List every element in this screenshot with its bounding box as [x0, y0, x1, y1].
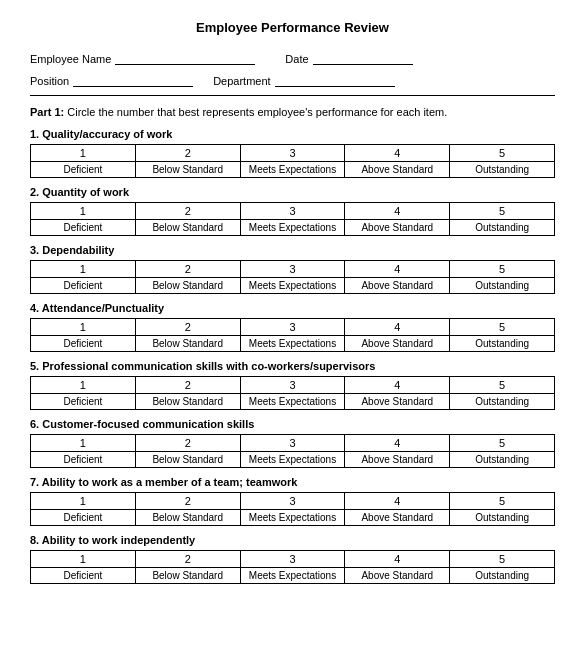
section-8-label-5: Outstanding: [450, 568, 555, 584]
section-3-number-3[interactable]: 3: [240, 261, 345, 278]
section-1-label-4: Above Standard: [345, 162, 450, 178]
section-1-number-2[interactable]: 2: [135, 145, 240, 162]
employee-name-row: Employee Name Date: [30, 51, 555, 65]
position-group: Position: [30, 73, 193, 87]
page-title: Employee Performance Review: [30, 20, 555, 35]
section-2-number-3[interactable]: 3: [240, 203, 345, 220]
section-4-label-5: Outstanding: [450, 336, 555, 352]
section-2-label-4: Above Standard: [345, 220, 450, 236]
section-8-label-2: Below Standard: [135, 568, 240, 584]
section-3-number-4[interactable]: 4: [345, 261, 450, 278]
section-3-title: 3. Dependability: [30, 244, 555, 256]
section-4-label-3: Meets Expectations: [240, 336, 345, 352]
section-5-table: 12345DeficientBelow StandardMeets Expect…: [30, 376, 555, 410]
section-5-label-1: Deficient: [31, 394, 136, 410]
section-3-label-2: Below Standard: [135, 278, 240, 294]
section-8-label-4: Above Standard: [345, 568, 450, 584]
section-2-number-2[interactable]: 2: [135, 203, 240, 220]
section-5-number-5[interactable]: 5: [450, 377, 555, 394]
position-label: Position: [30, 75, 69, 87]
section-1-number-1[interactable]: 1: [31, 145, 136, 162]
sections-container: 1. Quality/accuracy of work12345Deficien…: [30, 128, 555, 584]
section-6-label-5: Outstanding: [450, 452, 555, 468]
section-8-number-1[interactable]: 1: [31, 551, 136, 568]
section-1-number-4[interactable]: 4: [345, 145, 450, 162]
section-7-label-5: Outstanding: [450, 510, 555, 526]
section-6-number-1[interactable]: 1: [31, 435, 136, 452]
section-4-table: 12345DeficientBelow StandardMeets Expect…: [30, 318, 555, 352]
section-5-title: 5. Professional communication skills wit…: [30, 360, 555, 372]
section-8-number-3[interactable]: 3: [240, 551, 345, 568]
part1-text: Circle the number that best represents e…: [67, 106, 447, 118]
section-5-number-2[interactable]: 2: [135, 377, 240, 394]
section-6-number-4[interactable]: 4: [345, 435, 450, 452]
department-label: Department: [213, 75, 270, 87]
section-3-table: 12345DeficientBelow StandardMeets Expect…: [30, 260, 555, 294]
section-7-number-3[interactable]: 3: [240, 493, 345, 510]
section-1-number-3[interactable]: 3: [240, 145, 345, 162]
date-group: Date: [285, 51, 412, 65]
section-6-number-3[interactable]: 3: [240, 435, 345, 452]
part1-label: Part 1:: [30, 106, 64, 118]
section-2-number-1[interactable]: 1: [31, 203, 136, 220]
section-5-label-2: Below Standard: [135, 394, 240, 410]
section-5-label-4: Above Standard: [345, 394, 450, 410]
section-8-number-5[interactable]: 5: [450, 551, 555, 568]
section-3-label-5: Outstanding: [450, 278, 555, 294]
section-4-number-2[interactable]: 2: [135, 319, 240, 336]
date-input[interactable]: [313, 51, 413, 65]
section-1-label-3: Meets Expectations: [240, 162, 345, 178]
department-input[interactable]: [275, 73, 395, 87]
section-6-number-2[interactable]: 2: [135, 435, 240, 452]
section-7-label-3: Meets Expectations: [240, 510, 345, 526]
section-4-number-5[interactable]: 5: [450, 319, 555, 336]
section-5-number-4[interactable]: 4: [345, 377, 450, 394]
section-5-label-5: Outstanding: [450, 394, 555, 410]
position-row: Position Department: [30, 73, 555, 87]
section-4-label-2: Below Standard: [135, 336, 240, 352]
section-4-number-4[interactable]: 4: [345, 319, 450, 336]
section-1-title: 1. Quality/accuracy of work: [30, 128, 555, 140]
employee-name-input[interactable]: [115, 51, 255, 65]
section-3-number-1[interactable]: 1: [31, 261, 136, 278]
section-3-label-3: Meets Expectations: [240, 278, 345, 294]
section-2-label-2: Below Standard: [135, 220, 240, 236]
section-7-number-4[interactable]: 4: [345, 493, 450, 510]
section-8-number-2[interactable]: 2: [135, 551, 240, 568]
section-3-number-5[interactable]: 5: [450, 261, 555, 278]
section-7-number-5[interactable]: 5: [450, 493, 555, 510]
department-group: Department: [213, 73, 394, 87]
section-6-label-4: Above Standard: [345, 452, 450, 468]
section-7-number-2[interactable]: 2: [135, 493, 240, 510]
section-6-number-5[interactable]: 5: [450, 435, 555, 452]
section-8-number-4[interactable]: 4: [345, 551, 450, 568]
section-5-label-3: Meets Expectations: [240, 394, 345, 410]
section-7-title: 7. Ability to work as a member of a team…: [30, 476, 555, 488]
section-7-label-1: Deficient: [31, 510, 136, 526]
section-8-label-3: Meets Expectations: [240, 568, 345, 584]
section-1-label-5: Outstanding: [450, 162, 555, 178]
section-1-table: 12345DeficientBelow StandardMeets Expect…: [30, 144, 555, 178]
section-4-number-1[interactable]: 1: [31, 319, 136, 336]
section-7-label-2: Below Standard: [135, 510, 240, 526]
section-2-number-4[interactable]: 4: [345, 203, 450, 220]
section-6-label-1: Deficient: [31, 452, 136, 468]
section-5-number-3[interactable]: 3: [240, 377, 345, 394]
section-5-number-1[interactable]: 1: [31, 377, 136, 394]
section-7-table: 12345DeficientBelow StandardMeets Expect…: [30, 492, 555, 526]
section-2-label-5: Outstanding: [450, 220, 555, 236]
section-2-title: 2. Quantity of work: [30, 186, 555, 198]
section-1-label-2: Below Standard: [135, 162, 240, 178]
part1-description: Part 1: Circle the number that best repr…: [30, 106, 555, 118]
section-8-table: 12345DeficientBelow StandardMeets Expect…: [30, 550, 555, 584]
section-4-label-1: Deficient: [31, 336, 136, 352]
position-input[interactable]: [73, 73, 193, 87]
section-2-number-5[interactable]: 5: [450, 203, 555, 220]
section-6-title: 6. Customer-focused communication skills: [30, 418, 555, 430]
section-3-label-1: Deficient: [31, 278, 136, 294]
section-4-title: 4. Attendance/Punctuality: [30, 302, 555, 314]
section-7-number-1[interactable]: 1: [31, 493, 136, 510]
section-1-number-5[interactable]: 5: [450, 145, 555, 162]
section-3-number-2[interactable]: 2: [135, 261, 240, 278]
section-4-number-3[interactable]: 3: [240, 319, 345, 336]
